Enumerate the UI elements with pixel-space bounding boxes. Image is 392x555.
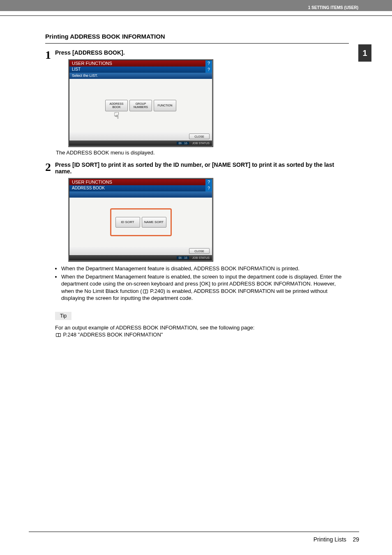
step-2-bullets: When the Department Management feature i… <box>61 265 349 302</box>
book-icon <box>56 333 61 337</box>
group-numbers-button[interactable]: GROUP NUMBERS <box>129 100 152 111</box>
job-status[interactable]: JOB STATUS <box>192 142 210 145</box>
tip-ref: P.248 "ADDRESS BOOK INFORMATION" <box>62 332 163 338</box>
tip-line-1: For an output example of ADDRESS BOOK IN… <box>55 325 254 331</box>
bullet-2-ref: P.240 <box>149 288 164 294</box>
step-1: 1 Press [ADDRESS BOOK]. USER FUNCTIONS ?… <box>45 49 349 156</box>
content: Printing ADDRESS BOOK INFORMATION 1 Pres… <box>29 33 349 339</box>
step-1-heading: Press [ADDRESS BOOK]. <box>55 49 349 56</box>
id-sort-button[interactable]: ID SORT <box>115 217 140 228</box>
ss2-time: 06 : 16 <box>177 256 189 259</box>
ss2-blank-bar <box>69 191 212 198</box>
ss1-body: ADDRESS BOOK ☟ GROUP NUMBERS FUNCTION <box>69 79 212 132</box>
ss2-title: USER FUNCTIONS <box>72 180 112 184</box>
step-1-number: 1 <box>45 49 51 156</box>
job-status[interactable]: JOB STATUS <box>192 256 210 259</box>
footer-section: Printing Lists <box>314 536 346 543</box>
address-book-button[interactable]: ADDRESS BOOK ☟ <box>105 100 128 111</box>
close-button[interactable]: CLOSE <box>189 134 210 139</box>
function-label: FUNCTION <box>157 104 172 107</box>
step-1-caption: The ADDRESS BOOK menu is displayed. <box>56 150 349 156</box>
close-button[interactable]: CLOSE <box>189 248 210 254</box>
function-button[interactable]: FUNCTION <box>154 100 176 111</box>
tip-text: For an output example of ADDRESS BOOK IN… <box>55 324 349 339</box>
running-header: 1 SETTING ITEMS (USER) <box>308 5 358 10</box>
footer-text: Printing Lists 29 <box>29 536 359 543</box>
ss2-sub: ADDRESS BOOK <box>72 186 105 190</box>
footer-page: 29 <box>353 536 359 543</box>
pointer-icon: ☟ <box>114 111 119 121</box>
ss2-foot: CLOSE <box>69 247 212 255</box>
help-icon[interactable]: ? <box>205 67 212 73</box>
ss1-time: 06 : 16 <box>177 142 189 145</box>
ss1-hint: Select the LIST. <box>69 73 212 79</box>
help-icon[interactable]: ? <box>205 185 212 191</box>
help-icon[interactable]: ? <box>205 179 212 185</box>
chapter-tab: 1 <box>358 44 371 62</box>
ss2-body: ID SORT NAME SORT <box>69 198 212 247</box>
footer-rule <box>29 532 359 532</box>
footer: Printing Lists 29 <box>29 532 359 543</box>
bullet-2: When the Department Management feature i… <box>61 273 349 302</box>
help-icon[interactable]: ? <box>205 60 212 67</box>
ss1-title-bar: USER FUNCTIONS ? <box>69 60 212 67</box>
name-sort-button[interactable]: NAME SORT <box>142 217 166 228</box>
book-icon <box>143 290 148 293</box>
bullet-1: When the Department Management feature i… <box>61 265 349 272</box>
ss1-foot: CLOSE <box>69 132 212 140</box>
section-rule <box>45 43 349 44</box>
step-2: 2 Press [ID SORT] to print it as sorted … <box>45 161 349 339</box>
ss2-sub-bar: ADDRESS BOOK ? <box>69 185 212 191</box>
step-2-number: 2 <box>45 161 51 339</box>
highlight-frame: ID SORT NAME SORT <box>110 208 172 236</box>
section-title: Printing ADDRESS BOOK INFORMATION <box>45 33 349 40</box>
step-2-screenshot: USER FUNCTIONS ? ADDRESS BOOK ? ID SORT … <box>68 178 213 262</box>
header-line <box>0 15 392 16</box>
ss2-status: 06 : 16 JOB STATUS <box>69 255 212 260</box>
step-2-heading: Press [ID SORT] to print it as sorted by… <box>55 161 349 175</box>
ss2-title-bar: USER FUNCTIONS ? <box>69 179 212 185</box>
ss1-title: USER FUNCTIONS <box>72 61 112 66</box>
address-book-label: ADDRESS BOOK <box>110 102 124 108</box>
group-numbers-label: GROUP NUMBERS <box>134 102 148 108</box>
ss1-sub-bar: LIST ? <box>69 67 212 73</box>
ss1-sub: LIST <box>72 67 81 71</box>
ss1-status: 06 : 16 JOB STATUS <box>69 140 212 146</box>
step-1-screenshot: USER FUNCTIONS ? LIST ? Select the LIST.… <box>68 59 213 147</box>
tip-label: Tip <box>55 312 71 320</box>
